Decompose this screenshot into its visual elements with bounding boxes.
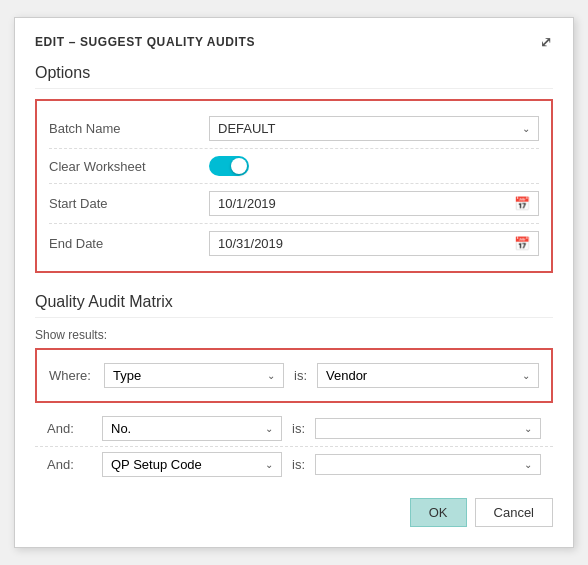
end-date-calendar-icon[interactable]: 📅: [514, 236, 530, 251]
end-date-control: 10/31/2019 📅: [209, 231, 539, 256]
cancel-button[interactable]: Cancel: [475, 498, 553, 527]
options-box: Batch Name DEFAULT ⌄ Clear Worksheet St: [35, 99, 553, 273]
where-value-text: Vendor: [326, 368, 367, 383]
start-date-calendar-icon[interactable]: 📅: [514, 196, 530, 211]
clear-worksheet-label: Clear Worksheet: [49, 159, 209, 174]
and-value-2-chevron-icon: ⌄: [524, 459, 532, 470]
and-field-1-chevron-icon: ⌄: [265, 423, 273, 434]
dialog-container: EDIT – SUGGEST QUALITY AUDITS ⤢ Options …: [14, 17, 574, 548]
where-field-value: Type: [113, 368, 141, 383]
where-value-select[interactable]: Vendor ⌄: [317, 363, 539, 388]
start-date-label: Start Date: [49, 196, 209, 211]
where-is-label: is:: [294, 368, 307, 383]
start-date-field[interactable]: 10/1/2019 📅: [209, 191, 539, 216]
and-field-2-value: QP Setup Code: [111, 457, 202, 472]
dialog-title-text: EDIT – SUGGEST QUALITY AUDITS: [35, 35, 255, 49]
and-is-label-2: is:: [292, 457, 305, 472]
end-date-label: End Date: [49, 236, 209, 251]
matrix-and-row-2: And: QP Setup Code ⌄ is: ⌄: [35, 447, 553, 482]
and-value-1-chevron-icon: ⌄: [524, 423, 532, 434]
batch-name-select[interactable]: DEFAULT ⌄: [209, 116, 539, 141]
where-value-chevron-icon: ⌄: [522, 370, 530, 381]
and-field-1-select[interactable]: No. ⌄: [102, 416, 282, 441]
show-results-label: Show results:: [35, 328, 553, 342]
and-value-2-select[interactable]: ⌄: [315, 454, 541, 475]
and-field-1-value: No.: [111, 421, 131, 436]
start-date-value: 10/1/2019: [218, 196, 276, 211]
options-section-title: Options: [35, 64, 553, 89]
toggle-thumb: [231, 158, 247, 174]
where-field-chevron-icon: ⌄: [267, 370, 275, 381]
toggle-container[interactable]: [209, 156, 249, 176]
start-date-row: Start Date 10/1/2019 📅: [49, 184, 539, 224]
ok-button[interactable]: OK: [410, 498, 467, 527]
start-date-control: 10/1/2019 📅: [209, 191, 539, 216]
and-label-1: And:: [47, 421, 102, 436]
batch-name-control: DEFAULT ⌄: [209, 116, 539, 141]
and-field-2-chevron-icon: ⌄: [265, 459, 273, 470]
matrix-section: Quality Audit Matrix Show results: Where…: [35, 293, 553, 482]
and-field-2-select[interactable]: QP Setup Code ⌄: [102, 452, 282, 477]
batch-name-label: Batch Name: [49, 121, 209, 136]
dialog-title-bar: EDIT – SUGGEST QUALITY AUDITS ⤢: [35, 34, 553, 50]
matrix-and-row-1: And: No. ⌄ is: ⌄: [35, 411, 553, 447]
clear-worksheet-control: [209, 156, 539, 176]
batch-name-value: DEFAULT: [218, 121, 276, 136]
expand-icon[interactable]: ⤢: [540, 34, 553, 50]
where-field-select[interactable]: Type ⌄: [104, 363, 284, 388]
end-date-row: End Date 10/31/2019 📅: [49, 224, 539, 263]
batch-name-chevron-icon: ⌄: [522, 123, 530, 134]
and-value-1-select[interactable]: ⌄: [315, 418, 541, 439]
and-is-label-1: is:: [292, 421, 305, 436]
where-label: Where:: [49, 368, 104, 383]
toggle-track[interactable]: [209, 156, 249, 176]
batch-name-row: Batch Name DEFAULT ⌄: [49, 109, 539, 149]
matrix-where-row: Where: Type ⌄ is: Vendor ⌄: [49, 358, 539, 393]
matrix-where-box: Where: Type ⌄ is: Vendor ⌄: [35, 348, 553, 403]
dialog-footer: OK Cancel: [35, 498, 553, 527]
end-date-field[interactable]: 10/31/2019 📅: [209, 231, 539, 256]
matrix-section-title: Quality Audit Matrix: [35, 293, 553, 318]
end-date-value: 10/31/2019: [218, 236, 283, 251]
clear-worksheet-row: Clear Worksheet: [49, 149, 539, 184]
and-label-2: And:: [47, 457, 102, 472]
